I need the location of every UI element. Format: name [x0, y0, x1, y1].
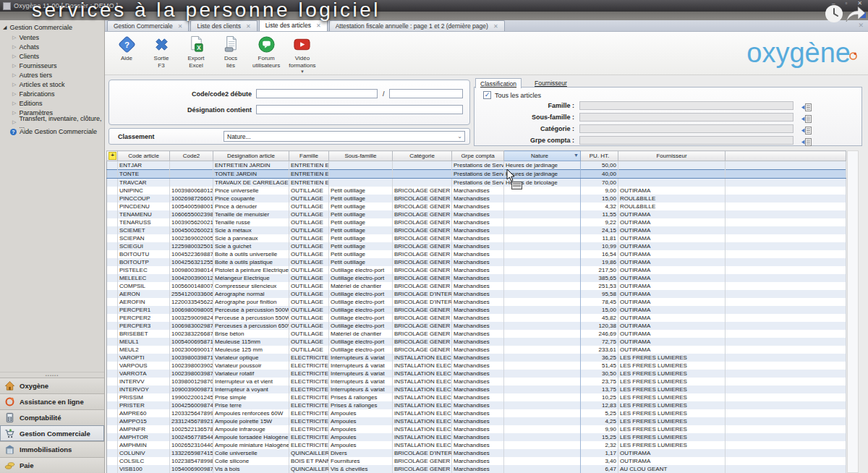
module-comptabilite[interactable]: Comptabilité	[0, 409, 104, 425]
docs-lies-button[interactable]: Docs liés	[218, 35, 244, 74]
module-paie[interactable]: Paie	[0, 457, 104, 473]
famille-input[interactable]	[579, 101, 793, 110]
categorie-input[interactable]	[579, 124, 793, 133]
collapsed-triangle-icon[interactable]: ▷	[12, 101, 16, 106]
table-row[interactable]: PERCPER21003259009824Perceuse à percussi…	[107, 314, 846, 322]
collapsed-triangle-icon[interactable]: ▷	[12, 110, 16, 116]
sous-famille-picker-icon[interactable]	[801, 113, 812, 121]
col-fournisseur[interactable]: Fournisseur	[618, 151, 726, 161]
table-row[interactable]: MEUL21002300690017Meuleuse 125 mmOUTILLA…	[107, 346, 846, 354]
table-row[interactable]: TENAMENU1060655002398Tenaille de menuisi…	[107, 210, 846, 218]
add-row-header[interactable]: +	[107, 151, 118, 161]
designation-input[interactable]	[256, 105, 463, 114]
categorie-picker-icon[interactable]	[801, 124, 812, 132]
tous-les-articles-row[interactable]: ✓ Tous les articles	[483, 91, 541, 99]
famille-picker-icon[interactable]	[801, 101, 812, 109]
tab-close-icon[interactable]: ✕	[316, 22, 321, 29]
table-row[interactable]: COLUNIV1332265987415Colle universelleQUI…	[107, 449, 846, 457]
table-row[interactable]: ENTJARENTRETIEN JARDINENTRETIEN ET SAVPr…	[107, 161, 846, 170]
sidebar-tree-item[interactable]: ▷Fournisseurs	[3, 61, 104, 70]
sidebar-tree-item[interactable]: ▷Clients	[3, 51, 104, 61]
checkbox-checked-icon[interactable]: ✓	[483, 91, 491, 99]
table-row[interactable]: VARROTA1002398003987Variateur rotatifELE…	[107, 370, 846, 378]
collapsed-triangle-icon[interactable]: ▷	[12, 35, 16, 41]
table-row[interactable]: AMPHTOR1002456778544Ampoule torsadée Hal…	[107, 433, 846, 441]
col-sous-famille[interactable]: Sous-famille	[329, 151, 393, 161]
table-row[interactable]: UNIPINC1003980068012Pince universelleOUT…	[107, 187, 846, 195]
col-grpe-compta[interactable]: Grpe compta	[452, 151, 504, 161]
col-code2[interactable]: Code2	[170, 151, 213, 161]
table-row[interactable]: PERCPER31006983002987Perceuses à percuss…	[107, 322, 846, 330]
share-arrow-icon[interactable]	[843, 4, 867, 27]
export-excel-button[interactable]: X Export Excel	[183, 35, 209, 74]
table-row[interactable]: COLSILC1022385478998Colle siliconeBOIS E…	[107, 457, 846, 465]
sidebar-tree-item[interactable]: ▷Autres tiers	[3, 70, 104, 80]
tab-close-icon[interactable]: ✕	[493, 23, 498, 30]
table-row[interactable]: BRISEBET1002383226687Brise bétonOUTILLAG…	[107, 330, 846, 338]
table-row[interactable]: SCIEPAN1002369002005Scie à panneauxOUTIL…	[107, 234, 846, 242]
clock-icon[interactable]	[825, 4, 843, 26]
col-categorie[interactable]: Catégorie	[393, 151, 452, 161]
table-row[interactable]: PISTELEC1009800398014Pistolet à peinture…	[107, 266, 846, 274]
collapsed-triangle-icon[interactable]: ▷	[12, 54, 16, 59]
table-row[interactable]: AMPHMIN1002652310440Ampoule miniature Ha…	[107, 441, 846, 449]
module-gestion-commerciale[interactable]: Gestion Commerciale	[0, 425, 104, 441]
tab-classification[interactable]: Classification	[475, 78, 522, 88]
table-row[interactable]: AMPINFR1002522136578Ampoule infrarougeEL…	[107, 425, 846, 433]
collapsed-triangle-icon[interactable]: ▷	[12, 63, 16, 69]
table-row[interactable]: AEROFIN1220033545622Aérographe pour fini…	[107, 298, 846, 306]
table-row[interactable]: VISB1001054006900987Vis à boisQUINCAILLE…	[107, 465, 846, 473]
tree-root-gestion-commerciale[interactable]: ◢ Gestion Commerciale	[3, 22, 104, 33]
table-row[interactable]: INTERVOY1090039009871Interrupteur à voya…	[107, 385, 846, 393]
classement-dropdown[interactable]: Nature... ⌄	[224, 131, 465, 142]
sidebar-tree-item[interactable]: ▷Achats	[3, 42, 104, 51]
col-nature-sorted[interactable]: Nature▼	[504, 151, 581, 161]
tab-close-icon[interactable]: ✕	[178, 23, 183, 30]
chevron-down-icon[interactable]: ▼	[300, 70, 305, 73]
sortie-button[interactable]: Sortie F3	[148, 35, 174, 74]
col-pu-ht[interactable]: PU. HT.	[581, 151, 618, 161]
tab-attestation-fiscale[interactable]: Attestation fiscale annuelle : page 1 et…	[329, 20, 505, 31]
sidebar-tree-item[interactable]: ▷Transfert, inventaire, clôture, ...	[3, 117, 104, 127]
collapsed-triangle-icon[interactable]: ▷	[12, 82, 16, 88]
sidebar-tree-item[interactable]: ▷Ventes	[3, 33, 104, 42]
table-row[interactable]: PINCCOUP1002698726601Pince coupanteOUTIL…	[107, 195, 846, 203]
aide-button[interactable]: ? Aide	[114, 35, 140, 74]
col-famille[interactable]: Famille	[289, 151, 329, 161]
table-row[interactable]: PERCPER11006980098005Perceuse à percussi…	[107, 306, 846, 314]
sidebar-tree-item[interactable]: ▷Editions	[3, 98, 104, 108]
tab-close-icon[interactable]: ✕	[246, 23, 251, 30]
splitter-handle[interactable]: ••••••	[0, 372, 104, 378]
table-row[interactable]: SCIEGUI1225980032501Scie à guichetOUTILL…	[107, 242, 846, 250]
table-row[interactable]: PINCDENU1005400598001Pince à dénuderOUTI…	[107, 203, 846, 210]
table-row[interactable]: AMPPO152331245678921Ampoule poirette 15W…	[107, 417, 846, 425]
table-row[interactable]: SCIEMET1004500260021Scie à métauxOUTILLA…	[107, 226, 846, 234]
table-row[interactable]: BOITOUTP1004256321255Boite à outils plas…	[107, 258, 846, 266]
collapsed-triangle-icon[interactable]: ▷	[12, 72, 16, 78]
grpe-compta-input[interactable]	[579, 136, 793, 145]
table-row[interactable]: INTERVV1039800129870Interrupteur va et v…	[107, 378, 846, 385]
sidebar-tree-item[interactable]: ▷Fabrications	[3, 89, 104, 98]
module-assistance-en-ligne[interactable]: Assistance en ligne	[0, 393, 104, 409]
col-code-article[interactable]: Code article	[118, 151, 170, 161]
collapsed-triangle-icon[interactable]: ▷	[12, 91, 16, 97]
forum-utilisateurs-button[interactable]: Forum utilisateurs	[252, 35, 280, 74]
sidebar-item-aide[interactable]: ? Aide Gestion Commerciale	[3, 127, 104, 137]
code2-input[interactable]	[389, 89, 463, 98]
table-row[interactable]: PRISTER1004256009874Prise terreELECTRICI…	[107, 401, 846, 409]
table-row[interactable]: TENARUSS1003905620021Tenaille russeOUTIL…	[107, 218, 846, 226]
collapsed-triangle-icon[interactable]: ▷	[12, 119, 16, 125]
sort-dropdown-icon[interactable]: ▼	[574, 153, 579, 158]
collapsed-triangle-icon[interactable]: ▷	[12, 44, 16, 50]
sous-famille-input[interactable]	[579, 113, 793, 122]
table-row[interactable]: TONTETONTE JARDINENTRETIEN ET SAVPrestat…	[107, 170, 846, 179]
table-row[interactable]: AMPRE601203325647899Ampoules renforcées …	[107, 409, 846, 417]
table-row[interactable]: VAROPTI1003980039871Variateur optiqueELE…	[107, 354, 846, 362]
expanded-triangle-icon[interactable]: ◢	[3, 25, 7, 30]
table-row[interactable]: BOITOUTU1004522369887Boite à outils univ…	[107, 250, 846, 258]
vertical-scrollbar[interactable]	[847, 150, 859, 473]
table-row[interactable]: MELELEC1004200390012Mélangeur Electrique…	[107, 274, 846, 282]
module-immobilisations[interactable]: Immobilisations	[0, 441, 104, 457]
module-oxygene[interactable]: Oxygène	[0, 378, 104, 393]
table-row[interactable]: COMPSIL1005600148007Compresseur silencie…	[107, 282, 846, 290]
